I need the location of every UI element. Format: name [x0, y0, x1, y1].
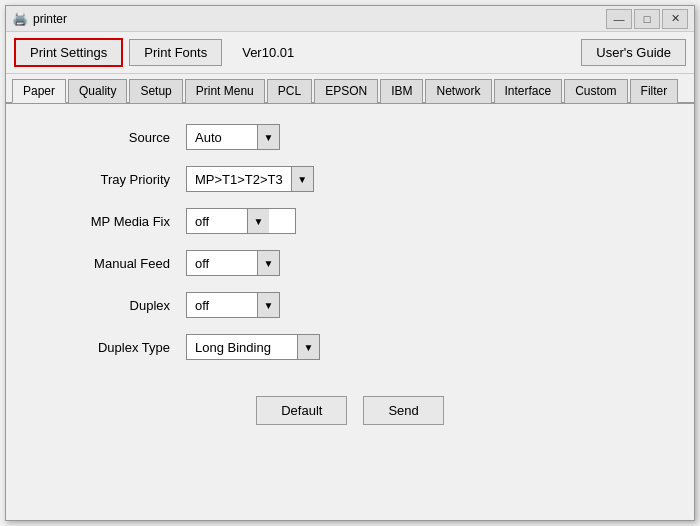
tab-quality[interactable]: Quality: [68, 79, 127, 103]
version-label: Ver10.01: [228, 40, 308, 65]
default-button[interactable]: Default: [256, 396, 347, 425]
mp-media-fix-row: MP Media Fix off ▼: [46, 208, 654, 234]
window-title: printer: [33, 12, 67, 26]
tray-priority-label: Tray Priority: [46, 172, 186, 187]
toolbar: Print Settings Print Fonts Ver10.01 User…: [6, 32, 694, 74]
tab-network[interactable]: Network: [425, 79, 491, 103]
close-button[interactable]: ✕: [662, 9, 688, 29]
tray-priority-value: MP>T1>T2>T3: [187, 169, 291, 190]
mp-media-fix-arrow-icon[interactable]: ▼: [247, 209, 269, 233]
tab-epson[interactable]: EPSON: [314, 79, 378, 103]
minimize-button[interactable]: —: [606, 9, 632, 29]
tray-priority-row: Tray Priority MP>T1>T2>T3 ▼: [46, 166, 654, 192]
mp-media-fix-control: off ▼: [186, 208, 296, 234]
users-guide-button[interactable]: User's Guide: [581, 39, 686, 66]
tab-paper[interactable]: Paper: [12, 79, 66, 103]
tab-setup[interactable]: Setup: [129, 79, 182, 103]
tab-print-menu[interactable]: Print Menu: [185, 79, 265, 103]
tab-custom[interactable]: Custom: [564, 79, 627, 103]
title-controls: — □ ✕: [606, 9, 688, 29]
manual-feed-arrow-icon[interactable]: ▼: [257, 251, 279, 275]
source-control: Auto ▼: [186, 124, 280, 150]
title-bar-left: 🖨️ printer: [12, 11, 67, 27]
mp-media-fix-dropdown[interactable]: off ▼: [186, 208, 296, 234]
duplex-type-dropdown[interactable]: Long Binding ▼: [186, 334, 320, 360]
mp-media-fix-label: MP Media Fix: [46, 214, 186, 229]
duplex-label: Duplex: [46, 298, 186, 313]
source-label: Source: [46, 130, 186, 145]
source-dropdown[interactable]: Auto ▼: [186, 124, 280, 150]
source-value: Auto: [187, 127, 257, 148]
duplex-arrow-icon[interactable]: ▼: [257, 293, 279, 317]
duplex-type-value: Long Binding: [187, 337, 297, 358]
title-bar: 🖨️ printer — □ ✕: [6, 6, 694, 32]
tabs-bar: Paper Quality Setup Print Menu PCL EPSON…: [6, 74, 694, 104]
tray-priority-control: MP>T1>T2>T3 ▼: [186, 166, 314, 192]
duplex-type-label: Duplex Type: [46, 340, 186, 355]
main-window: 🖨️ printer — □ ✕ Print Settings Print Fo…: [5, 5, 695, 521]
duplex-control: off ▼: [186, 292, 280, 318]
source-arrow-icon[interactable]: ▼: [257, 125, 279, 149]
print-settings-button[interactable]: Print Settings: [14, 38, 123, 67]
duplex-dropdown[interactable]: off ▼: [186, 292, 280, 318]
buttons-row: Default Send: [46, 396, 654, 425]
content-area: Source Auto ▼ Tray Priority MP>T1>T2>T3 …: [6, 104, 694, 520]
duplex-type-arrow-icon[interactable]: ▼: [297, 335, 319, 359]
print-fonts-button[interactable]: Print Fonts: [129, 39, 222, 66]
tab-interface[interactable]: Interface: [494, 79, 563, 103]
mp-media-fix-value: off: [187, 211, 247, 232]
manual-feed-label: Manual Feed: [46, 256, 186, 271]
tray-priority-arrow-icon[interactable]: ▼: [291, 167, 313, 191]
duplex-type-control: Long Binding ▼: [186, 334, 320, 360]
maximize-button[interactable]: □: [634, 9, 660, 29]
duplex-value: off: [187, 295, 257, 316]
manual-feed-row: Manual Feed off ▼: [46, 250, 654, 276]
source-row: Source Auto ▼: [46, 124, 654, 150]
manual-feed-value: off: [187, 253, 257, 274]
duplex-type-row: Duplex Type Long Binding ▼: [46, 334, 654, 360]
tab-pcl[interactable]: PCL: [267, 79, 312, 103]
send-button[interactable]: Send: [363, 396, 443, 425]
app-icon: 🖨️: [12, 11, 28, 27]
tab-ibm[interactable]: IBM: [380, 79, 423, 103]
tray-priority-dropdown[interactable]: MP>T1>T2>T3 ▼: [186, 166, 314, 192]
duplex-row: Duplex off ▼: [46, 292, 654, 318]
tab-filter[interactable]: Filter: [630, 79, 679, 103]
manual-feed-dropdown[interactable]: off ▼: [186, 250, 280, 276]
manual-feed-control: off ▼: [186, 250, 280, 276]
